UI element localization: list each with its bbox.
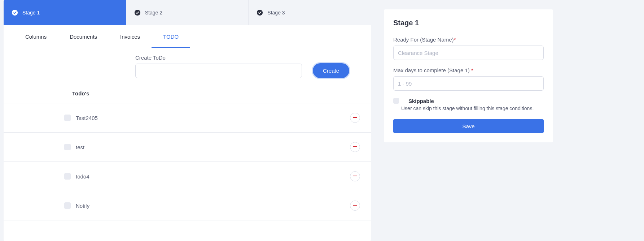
remove-button[interactable]	[350, 201, 360, 211]
todo-label: todo4	[76, 173, 350, 180]
todo-row: Notify	[4, 191, 371, 220]
stage-tab-label: Stage 2	[145, 10, 162, 16]
required-asterisk: *	[471, 67, 473, 73]
create-button[interactable]: Create	[313, 63, 349, 78]
svg-point-1	[135, 10, 140, 16]
ready-for-input[interactable]	[393, 46, 544, 60]
todo-checkbox[interactable]	[64, 202, 71, 209]
tab-invoices[interactable]: Invoices	[109, 26, 152, 48]
stage-tab-label: Stage 1	[22, 10, 40, 16]
main-panel: Stage 1 Stage 2 Stage 3 Columns Document…	[4, 0, 371, 241]
minus-icon	[353, 174, 357, 179]
remove-button[interactable]	[350, 113, 360, 123]
svg-point-2	[257, 10, 263, 16]
todo-row: todo4	[4, 162, 371, 191]
todo-label: test	[76, 144, 350, 150]
create-todo-section: Create ToDo Create	[4, 48, 371, 87]
ready-for-label: Ready For (Stage Name)*	[393, 36, 544, 43]
side-panel: Stage 1 Ready For (Stage Name)* Max days…	[384, 9, 553, 142]
panel-title: Stage 1	[393, 19, 544, 27]
check-circle-icon	[134, 9, 141, 16]
stage-tab-label: Stage 3	[267, 10, 285, 16]
create-todo-label: Create ToDo	[135, 55, 302, 61]
todo-label: Test2405	[76, 115, 350, 121]
skippable-description: User can skip this stage without filling…	[401, 106, 544, 111]
create-todo-input[interactable]	[135, 64, 302, 78]
minus-icon	[353, 115, 357, 121]
stage-tab-2[interactable]: Stage 2	[126, 0, 249, 25]
stage-tab-3[interactable]: Stage 3	[249, 0, 371, 25]
check-circle-icon	[12, 9, 18, 16]
todo-checkbox[interactable]	[64, 173, 71, 180]
skippable-checkbox[interactable]	[393, 98, 399, 104]
todo-row: Test2405	[4, 103, 371, 133]
todo-checkbox[interactable]	[64, 115, 71, 121]
max-days-input[interactable]	[393, 76, 544, 91]
tab-columns[interactable]: Columns	[14, 26, 58, 48]
tab-documents[interactable]: Documents	[58, 26, 109, 48]
todo-label: Notify	[76, 203, 350, 209]
check-circle-icon	[257, 9, 263, 16]
remove-button[interactable]	[350, 142, 360, 152]
tab-todo[interactable]: TODO	[152, 26, 190, 48]
save-button[interactable]: Save	[393, 119, 544, 133]
todo-row: test	[4, 133, 371, 162]
svg-point-0	[12, 10, 18, 16]
stage-tab-1[interactable]: Stage 1	[4, 0, 126, 25]
minus-icon	[353, 203, 357, 208]
max-days-label: Max days to complete (Stage 1) *	[393, 67, 544, 73]
todo-checkbox[interactable]	[64, 144, 71, 150]
remove-button[interactable]	[350, 171, 360, 181]
required-asterisk: *	[454, 36, 456, 43]
skippable-label: Skippable	[408, 98, 434, 104]
minus-icon	[353, 145, 357, 150]
stage-tabs: Stage 1 Stage 2 Stage 3	[4, 0, 371, 25]
sub-tabs: Columns Documents Invoices TODO	[4, 25, 371, 48]
todos-header: Todo's	[4, 87, 371, 103]
